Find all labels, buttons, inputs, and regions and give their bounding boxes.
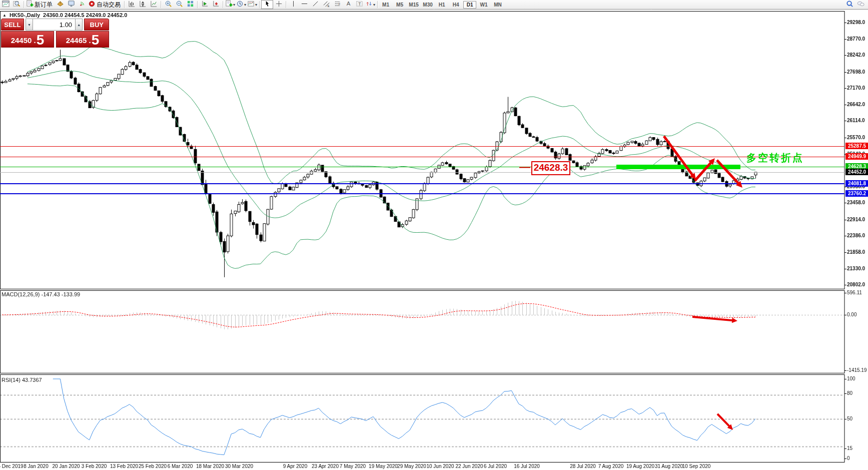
periods-button[interactable]: ▾ — [236, 1, 247, 9]
terminal-icon — [68, 0, 75, 9]
volume-increase-button[interactable]: ▲ — [75, 19, 83, 31]
one-click-panel-collapse-icon[interactable]: ▲ — [3, 13, 7, 18]
svg-text:A: A — [346, 1, 350, 7]
price-tag-24452.0: 24452.0 — [845, 169, 868, 175]
timeframe-button-D1[interactable]: D1 — [463, 1, 476, 9]
price-axis-tick: 29298.0 — [847, 20, 865, 25]
date-axis-label: 28 Jul 2020 — [570, 463, 596, 469]
price-level-label-box[interactable]: 24628.3 — [531, 161, 570, 175]
rsi-axis-tick: 100 — [847, 376, 855, 381]
sell-button[interactable]: SELL — [1, 19, 24, 31]
chart-symbol-period: HK50-,Daily — [10, 12, 40, 18]
timeframe-button-M15[interactable]: M15 — [407, 1, 420, 9]
date-axis-label: 10 Sep 2020 — [682, 463, 711, 469]
chart-shift-button[interactable] — [210, 1, 221, 9]
horizontal-line-tool-button[interactable] — [299, 1, 310, 9]
price-axis-tick: 22386.0 — [847, 233, 865, 238]
chat-button[interactable] — [855, 1, 866, 9]
price-axis-tick: 28242.0 — [847, 53, 865, 58]
price-axis-tick: 21858.0 — [847, 250, 865, 255]
tile-windows-button[interactable] — [185, 1, 196, 9]
timeframe-button-MN[interactable]: MN — [491, 1, 504, 9]
price-axis-tick: 28770.0 — [847, 37, 865, 42]
templates-button[interactable]: ▾ — [247, 1, 258, 9]
rsi-axis-tick: 15 — [847, 446, 852, 451]
zoom-in-icon — [165, 0, 172, 9]
sell-price-display[interactable]: 24450 .5 — [1, 31, 54, 48]
line-chart-button[interactable] — [148, 1, 159, 9]
line-chart-icon — [150, 0, 158, 9]
auto-scroll-button[interactable] — [199, 1, 210, 9]
crosshair-tool-button[interactable] — [273, 1, 284, 9]
terminal-button[interactable] — [66, 1, 77, 9]
search-button[interactable] — [844, 1, 855, 9]
cursor-tool-button[interactable] — [261, 0, 273, 9]
market-watch-button[interactable] — [11, 1, 22, 9]
svg-text:T: T — [358, 2, 361, 7]
trendline-tool-button[interactable] — [310, 1, 321, 9]
bar-chart-icon — [128, 0, 136, 9]
toolbar-separator — [124, 1, 125, 8]
indicators-icon — [225, 0, 233, 9]
buy-price-big-digit: 5 — [92, 34, 100, 47]
price-axis-tick: 27170.0 — [847, 86, 865, 91]
indicators-button[interactable]: ▾ — [225, 1, 236, 9]
channel-tool-button[interactable]: E — [321, 1, 332, 9]
sell-price-main: 24450 . — [11, 35, 36, 47]
timeframe-button-M5[interactable]: M5 — [393, 1, 406, 9]
tile-windows-icon — [187, 0, 194, 9]
trendline-icon — [312, 0, 319, 9]
autotrading-icon — [88, 0, 96, 9]
svg-text:F: F — [338, 3, 340, 6]
date-axis-label: 20 Jan 2020 — [52, 463, 80, 469]
date-axis-label: 18 Mar 2020 — [196, 463, 224, 469]
timeframe-button-W1[interactable]: W1 — [477, 1, 490, 9]
candlestick-chart-button[interactable] — [137, 1, 148, 9]
zoom-out-button[interactable] — [174, 1, 185, 9]
sell-price-big-digit: 5 — [37, 34, 45, 47]
toolbar-separator — [197, 1, 198, 8]
timeframe-button-H1[interactable]: H1 — [435, 1, 448, 9]
clock-icon — [236, 0, 244, 9]
label-tool-button[interactable]: T — [354, 1, 365, 9]
new-order-icon — [26, 0, 34, 9]
search-icon — [846, 0, 853, 9]
buy-button[interactable]: BUY — [84, 19, 109, 31]
vertical-line-tool-button[interactable] — [288, 1, 299, 9]
bar-chart-button[interactable] — [126, 1, 137, 9]
date-axis-label: 6 Jul 2020 — [484, 463, 507, 469]
vertical-line-icon — [290, 0, 297, 9]
date-axis-label: 9 Apr 2020 — [283, 463, 307, 469]
text-tool-button[interactable]: A — [343, 1, 354, 9]
date-axis-label: 22 Jun 2020 — [455, 463, 483, 469]
price-tag-24949.9: 24949.9 — [845, 153, 868, 160]
fibonacci-tool-button[interactable]: F — [332, 1, 343, 9]
autotrading-button[interactable]: 自动交易 — [88, 1, 123, 9]
volume-input[interactable] — [33, 19, 75, 31]
styles-button[interactable] — [55, 1, 66, 9]
rsi-axis-tick: 50 — [847, 416, 852, 421]
signals-button[interactable] — [77, 1, 88, 9]
timeframe-button-M1[interactable]: M1 — [379, 1, 392, 9]
price-chart-canvas[interactable] — [0, 9, 868, 470]
new-chart-button[interactable] — [0, 1, 11, 9]
buy-price-display[interactable]: 24465 .5 — [56, 31, 109, 48]
macd-axis-tick: -1415.19 — [847, 368, 866, 373]
market-watch-icon — [13, 0, 21, 9]
chevron-down-icon: ▾ — [373, 3, 375, 7]
date-axis-label: 6 Mar 2020 — [168, 463, 193, 469]
fibonacci-icon: F — [334, 0, 341, 9]
rsi-axis-tick: 80 — [847, 391, 852, 396]
timeframe-button-M30[interactable]: M30 — [421, 1, 434, 9]
volume-decrease-button[interactable]: ▼ — [26, 19, 33, 31]
arrows-icon — [365, 0, 373, 9]
arrows-tool-button[interactable]: ▾ — [365, 1, 376, 9]
timeframe-button-H4[interactable]: H4 — [449, 1, 462, 9]
date-axis-label: 29 May 2020 — [397, 463, 426, 469]
date-axis-label: 10 Jun 2020 — [426, 463, 454, 469]
new-order-button[interactable]: 新订单 — [26, 1, 55, 9]
macd-axis-tick: 596.11 — [847, 290, 862, 295]
turning-point-annotation[interactable]: 多空转折点 — [746, 151, 804, 165]
zoom-in-button[interactable] — [163, 1, 174, 9]
crosshair-icon — [275, 0, 283, 9]
